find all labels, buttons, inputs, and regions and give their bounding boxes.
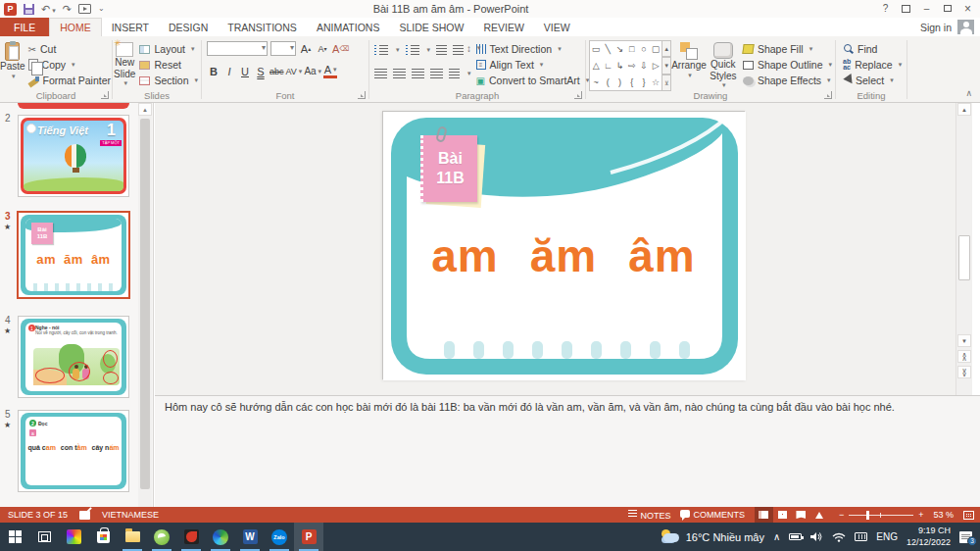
zoom-slider[interactable] <box>849 515 913 516</box>
slide-title-text[interactable]: amămâm <box>383 229 744 282</box>
comments-toggle[interactable]: COMMENTS <box>680 510 745 520</box>
decrease-indent-icon[interactable] <box>436 45 447 55</box>
tab-insert[interactable]: INSERT <box>102 18 159 36</box>
scrollbar-thumb[interactable] <box>958 235 970 280</box>
scroll-down-icon[interactable]: ▼ <box>957 334 971 347</box>
justify-icon[interactable] <box>430 69 443 78</box>
utility-app-icon[interactable] <box>176 523 206 551</box>
notes-toggle[interactable]: NOTES <box>628 510 670 521</box>
customize-qat-icon[interactable]: ⌄ <box>98 5 105 13</box>
word-icon[interactable]: W <box>235 523 265 551</box>
line-spacing-button[interactable]: ↕▾ <box>464 40 484 56</box>
tab-file[interactable]: FILE <box>0 18 49 36</box>
zalo-icon[interactable]: Zalo <box>265 523 294 551</box>
battery-icon[interactable] <box>789 533 802 540</box>
bullets-icon[interactable] <box>374 45 388 55</box>
align-text-button[interactable]: ≡Align Text▾ <box>473 57 593 73</box>
zoom-slider-thumb[interactable] <box>866 511 869 520</box>
wifi-icon[interactable] <box>832 532 846 542</box>
lesson-badge[interactable]: Bài 11B <box>420 135 477 202</box>
tab-view[interactable]: VIEW <box>534 18 580 36</box>
increase-font-size-button[interactable]: A▴ <box>299 41 313 56</box>
microsoft-store-icon[interactable] <box>88 523 118 551</box>
font-color-button[interactable]: A▾ <box>323 65 337 78</box>
avatar[interactable] <box>957 20 974 34</box>
tab-design[interactable]: DESIGN <box>159 18 218 36</box>
increase-indent-icon[interactable] <box>453 45 464 55</box>
font-size-combo[interactable] <box>270 41 296 56</box>
text-direction-button[interactable]: Text Direction▾ <box>473 41 593 57</box>
zoom-in-button[interactable]: + <box>918 510 923 520</box>
clear-formatting-button[interactable]: A⌫ <box>332 41 349 56</box>
text-shadow-button[interactable]: S <box>254 64 268 78</box>
bold-button[interactable]: B <box>207 64 220 78</box>
input-language[interactable]: ENG <box>876 531 898 542</box>
collapse-ribbon-icon[interactable]: ∧ <box>965 88 972 98</box>
notification-center-icon[interactable]: 3 <box>959 531 972 543</box>
thumbnail-scroll-up-icon[interactable]: ▲ <box>138 103 152 116</box>
speaker-notes-text[interactable]: Hôm nay cô sẽ hướng dẫn các con học bài … <box>155 396 980 418</box>
ribbon-display-options-button[interactable] <box>896 0 916 17</box>
change-case-button[interactable]: Aa▾ <box>304 64 321 78</box>
font-name-combo[interactable] <box>207 41 268 56</box>
numbering-icon[interactable] <box>406 45 419 55</box>
help-button[interactable]: ? <box>875 0 896 17</box>
align-right-icon[interactable] <box>412 69 424 78</box>
section-button[interactable]: Section▾ <box>136 73 201 88</box>
decrease-font-size-button[interactable]: A▾ <box>316 41 329 56</box>
slide-sorter-view-button[interactable] <box>773 507 792 523</box>
font-dialog-launcher[interactable] <box>358 91 366 99</box>
tab-animations[interactable]: ANIMATIONS <box>307 18 390 36</box>
minimize-button[interactable]: – <box>916 0 937 17</box>
thumbnail-slide-3-selected[interactable]: Bài11B amămâm <box>17 211 130 299</box>
shapes-more[interactable]: ⊻ <box>662 75 671 91</box>
fit-to-window-icon[interactable] <box>963 511 974 520</box>
shapes-scroll-down[interactable]: ▼ <box>662 57 671 74</box>
strikethrough-button[interactable]: abc <box>270 64 284 78</box>
italic-button[interactable]: I <box>222 64 236 78</box>
start-button[interactable] <box>0 523 29 551</box>
clipboard-dialog-launcher[interactable] <box>101 91 109 99</box>
reset-button[interactable]: Reset <box>136 57 201 73</box>
paragraph-dialog-launcher[interactable] <box>574 91 582 99</box>
thumbnail-scrollbar[interactable]: ▲ <box>138 103 152 507</box>
save-icon[interactable] <box>24 4 34 15</box>
columns-icon[interactable] <box>449 69 460 78</box>
previous-slide-button[interactable]: ∧∧ <box>957 350 971 363</box>
volume-icon[interactable] <box>810 531 823 542</box>
tab-transitions[interactable]: TRANSITIONS <box>218 18 307 36</box>
normal-view-button[interactable] <box>755 507 773 523</box>
shapes-scroll-up[interactable]: ▲ <box>662 40 671 57</box>
drawing-dialog-launcher[interactable] <box>824 91 832 99</box>
clock[interactable]: 9:19 CH 12/12/2022 <box>906 526 951 548</box>
scroll-up-icon[interactable]: ▲ <box>957 103 971 116</box>
character-spacing-button[interactable]: AV▾ <box>286 64 303 78</box>
align-center-icon[interactable] <box>393 69 406 78</box>
align-left-icon[interactable] <box>374 69 387 78</box>
edge-browser-icon[interactable] <box>206 523 235 551</box>
tab-review[interactable]: REVIEW <box>473 18 533 36</box>
underline-button[interactable]: U <box>238 64 252 78</box>
photos-app-icon[interactable] <box>59 523 88 551</box>
thumbnail-slide-1-partial[interactable] <box>18 103 129 109</box>
tray-expand-icon[interactable]: ∧ <box>773 532 780 542</box>
convert-to-smartart-button[interactable]: ▣Convert to SmartArt▾ <box>473 73 593 88</box>
restore-button[interactable] <box>937 0 957 17</box>
start-from-beginning-icon[interactable] <box>78 4 91 14</box>
find-button[interactable]: Find <box>840 41 905 57</box>
replace-button[interactable]: abacReplace▾ <box>840 57 905 73</box>
cut-button[interactable]: ✂Cut <box>25 41 114 57</box>
touch-keyboard-icon[interactable] <box>855 532 867 541</box>
shape-outline-button[interactable]: Shape Outline▾ <box>740 57 835 73</box>
redo-icon[interactable]: ↷ <box>63 4 72 15</box>
powerpoint-taskbar-icon[interactable]: P <box>294 523 323 551</box>
slide-editor-canvas[interactable]: Bài 11B amămâm <box>155 103 956 395</box>
weather-widget[interactable]: 16°C Nhiều mây <box>660 529 764 544</box>
shape-fill-button[interactable]: Shape Fill▾ <box>740 41 835 57</box>
tab-slide-show[interactable]: SLIDE SHOW <box>389 18 473 36</box>
editor-scrollbar[interactable]: ▲ ▼ ∧∧ ∨∨ <box>956 103 972 395</box>
current-slide[interactable]: Bài 11B amămâm <box>382 111 745 379</box>
zoom-level[interactable]: 53 % <box>933 510 954 520</box>
coccoc-browser-icon[interactable] <box>147 523 176 551</box>
shape-effects-button[interactable]: Shape Effects▾ <box>740 73 835 88</box>
